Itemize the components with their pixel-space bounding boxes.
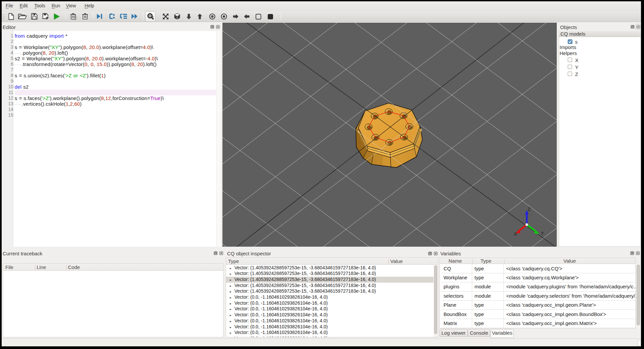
svg-text:Y: Y — [541, 231, 544, 236]
svg-text:Z: Z — [528, 207, 531, 212]
svg-text:X: X — [514, 231, 517, 237]
